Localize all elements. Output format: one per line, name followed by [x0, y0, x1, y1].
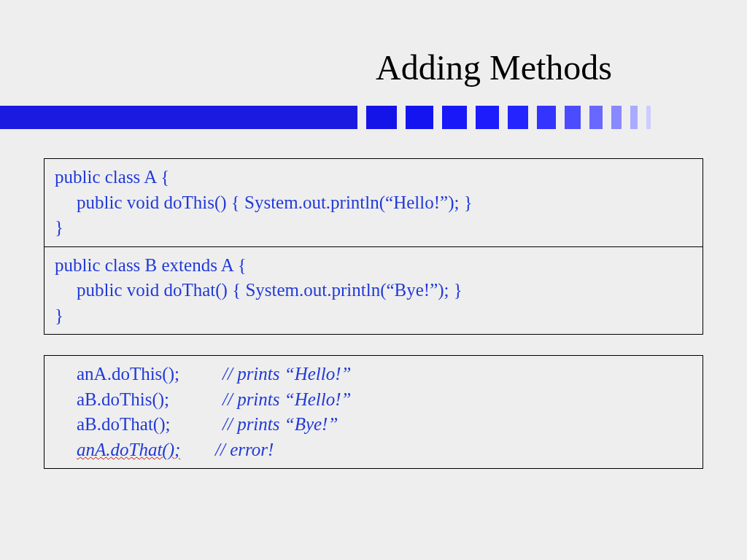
bar-square: [406, 106, 433, 129]
code-line: public class A {: [55, 165, 692, 190]
bar-square: [442, 106, 467, 129]
code-box-class-b: public class B extends A { public void d…: [44, 246, 703, 335]
code-line: public void doThis() { System.out.printl…: [55, 190, 692, 216]
call-expr-error: anA.doThat();: [55, 438, 215, 463]
bar-square: [630, 106, 638, 129]
bar-square: [611, 106, 622, 129]
decorative-bar: [0, 106, 747, 129]
call-row: anA.doThis(); // prints “Hello!”: [55, 362, 692, 387]
bar-square: [646, 106, 651, 129]
bar-square: [565, 106, 581, 129]
code-box-calls: anA.doThis(); // prints “Hello!” aB.doTh…: [44, 355, 703, 469]
call-comment: // prints “Bye!”: [222, 412, 338, 438]
bar-squares: [366, 106, 651, 129]
bar-square: [589, 106, 603, 129]
bar-square: [366, 106, 397, 129]
code-line: }: [55, 215, 692, 241]
slide-title: Adding Methods: [0, 0, 747, 106]
call-comment: // error!: [215, 438, 274, 463]
call-comment: // prints “Hello!”: [222, 362, 351, 387]
code-box-class-a: public class A { public void doThis() { …: [44, 158, 703, 247]
bar-solid: [0, 106, 357, 129]
call-expr: aB.doThis();: [55, 387, 222, 413]
call-comment: // prints “Hello!”: [222, 387, 351, 413]
bar-square: [537, 106, 556, 129]
bar-square: [476, 106, 499, 129]
code-line: public void doThat() { System.out.printl…: [55, 278, 692, 303]
code-line: public class B extends A {: [55, 253, 692, 279]
call-row: anA.doThat(); // error!: [55, 438, 692, 463]
call-expr: anA.doThis();: [55, 362, 222, 387]
call-expr: aB.doThat();: [55, 412, 222, 438]
call-row: aB.doThis(); // prints “Hello!”: [55, 387, 692, 413]
call-row: aB.doThat(); // prints “Bye!”: [55, 412, 692, 438]
code-line: }: [55, 303, 692, 329]
bar-square: [508, 106, 528, 129]
